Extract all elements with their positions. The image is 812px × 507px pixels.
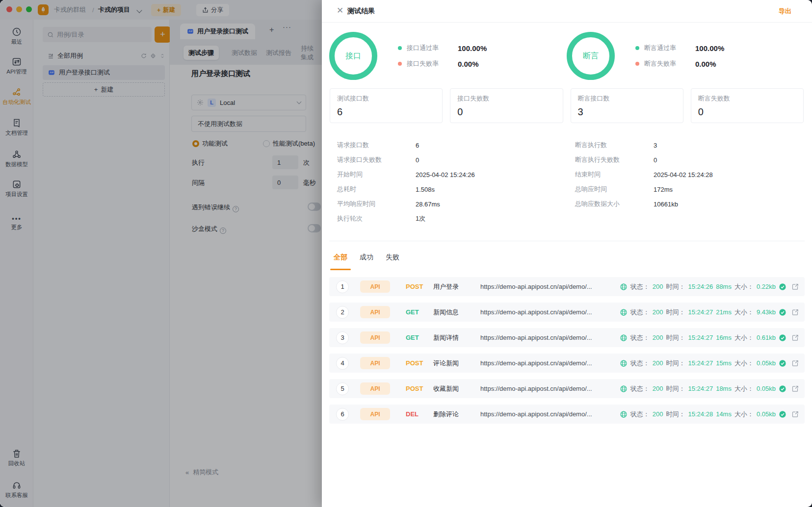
request-time: 15:24:27 — [688, 308, 713, 316]
open-report-icon[interactable] — [791, 410, 799, 418]
api-gauge: 接口 — [329, 32, 377, 80]
response-size: 0.05kb — [757, 385, 776, 392]
open-report-icon[interactable] — [791, 359, 799, 367]
detail-row: 断言执行失败数 0 — [575, 152, 713, 167]
http-method: POST — [406, 359, 433, 367]
detail-row: 执行轮次 1次 — [337, 211, 475, 226]
request-time: 15:24:26 — [688, 283, 713, 290]
app-background: 卡戎的群组 / 卡戎的项目 + 新建 分享 最近 API管理 — [0, 0, 322, 507]
api-name: 新闻信息 — [433, 308, 480, 317]
api-url: https://demo-api.apipost.cn/api/demo/... — [480, 385, 608, 392]
status-code: 200 — [653, 283, 663, 290]
response-size: 0.61kb — [757, 334, 776, 341]
row-index: 4 — [336, 357, 349, 370]
app-window: 卡戎的群组 / 卡戎的项目 + 新建 分享 最近 API管理 — [0, 0, 812, 507]
request-time: 15:24:27 — [688, 334, 713, 341]
row-index: 2 — [336, 306, 349, 319]
row-index: 1 — [336, 280, 349, 293]
request-time: 15:24:27 — [688, 359, 713, 367]
globe-icon — [620, 308, 628, 316]
api-badge: API — [360, 280, 390, 293]
detail-row: 平均响应时间 28.67ms — [337, 197, 475, 211]
http-method: POST — [406, 385, 433, 392]
stat-card: 断言接口数 3 — [571, 88, 683, 123]
fail-dot-icon — [398, 62, 402, 66]
api-name: 用户登录 — [433, 282, 480, 291]
result-row[interactable]: 3 API GET 新闻详情 https://demo-api.apipost.… — [329, 328, 805, 347]
detail-row: 结束时间 2025-04-02 15:24:28 — [575, 167, 713, 182]
row-index: 6 — [336, 408, 349, 421]
check-circle-icon — [779, 308, 786, 316]
globe-icon — [620, 334, 628, 342]
assert-gauge: 断言 — [567, 32, 615, 80]
result-row[interactable]: 2 API GET 新闻信息 https://demo-api.apipost.… — [329, 303, 805, 322]
fail-dot-icon — [635, 62, 639, 66]
close-icon[interactable]: ✕ — [336, 6, 344, 15]
http-method: POST — [406, 283, 433, 290]
request-duration: 14ms — [716, 410, 732, 418]
details-right-column: 断言执行数 3 断言执行失败数 0 结束时间 2025-04-02 15:24:… — [575, 138, 713, 211]
status-code: 200 — [653, 308, 663, 316]
response-size: 0.22kb — [757, 283, 776, 290]
api-url: https://demo-api.apipost.cn/api/demo/... — [480, 283, 608, 290]
globe-icon — [620, 410, 628, 418]
open-report-icon[interactable] — [791, 283, 799, 290]
api-url: https://demo-api.apipost.cn/api/demo/... — [480, 410, 608, 418]
result-row[interactable]: 1 API POST 用户登录 https://demo-api.apipost… — [329, 277, 805, 296]
pass-dot-icon — [635, 46, 639, 50]
tab-failed[interactable]: 失败 — [386, 253, 399, 262]
request-duration: 21ms — [716, 308, 732, 316]
result-row[interactable]: 4 API POST 评论新闻 https://demo-api.apipost… — [329, 354, 805, 373]
stat-card: 断言失败数 0 — [691, 88, 804, 123]
modal-backdrop[interactable] — [0, 0, 322, 507]
check-circle-icon — [779, 359, 786, 367]
active-tab-underline — [330, 269, 351, 270]
row-index: 5 — [336, 382, 349, 395]
tab-success[interactable]: 成功 — [360, 253, 373, 262]
check-circle-icon — [779, 283, 786, 291]
api-badge: API — [360, 306, 390, 318]
api-gauge-legend: 接口通过率 100.00% 接口失败率 0.00% — [398, 40, 487, 72]
stat-card: 测试接口数 6 — [330, 88, 443, 123]
globe-icon — [620, 359, 628, 367]
http-method: DEL — [406, 410, 433, 418]
detail-row: 断言执行数 3 — [575, 138, 713, 152]
api-url: https://demo-api.apipost.cn/api/demo/... — [480, 308, 608, 316]
globe-icon — [620, 385, 628, 393]
test-result-modal: ✕ 测试结果 导出 接口 接口通过率 100.00% 接口失败率 0.00% 断… — [322, 0, 812, 507]
open-report-icon[interactable] — [791, 334, 799, 341]
status-code: 200 — [653, 385, 663, 392]
request-time: 15:24:28 — [688, 410, 713, 418]
detail-row: 请求接口失败数 0 — [337, 152, 475, 167]
api-name: 新闻详情 — [433, 333, 480, 342]
api-badge: API — [360, 382, 390, 395]
status-code: 200 — [653, 334, 663, 341]
api-name: 收藏新闻 — [433, 384, 480, 393]
api-name: 删除评论 — [433, 410, 480, 419]
export-button[interactable]: 导出 — [779, 0, 791, 23]
detail-row: 总响应数据大小 10661kb — [575, 197, 713, 211]
result-row[interactable]: 6 API DEL 删除评论 https://demo-api.apipost.… — [329, 405, 805, 424]
result-row[interactable]: 5 API POST 收藏新闻 https://demo-api.apipost… — [329, 379, 805, 398]
globe-icon — [620, 283, 628, 291]
status-code: 200 — [653, 410, 663, 418]
result-filter-tabs: 全部 成功 失败 — [334, 253, 399, 262]
http-method: GET — [406, 308, 433, 316]
tab-all[interactable]: 全部 — [334, 253, 347, 262]
check-circle-icon — [779, 334, 786, 342]
modal-header: ✕ 测试结果 导出 — [322, 0, 812, 23]
row-index: 3 — [336, 331, 349, 344]
assert-gauge-legend: 断言通过率 100.00% 断言失败率 0.00% — [635, 40, 724, 72]
request-time: 15:24:27 — [688, 385, 713, 392]
divider — [329, 241, 805, 241]
request-duration: 15ms — [716, 359, 732, 367]
check-circle-icon — [779, 410, 786, 418]
api-badge: API — [360, 357, 390, 369]
api-url: https://demo-api.apipost.cn/api/demo/... — [480, 359, 608, 367]
open-report-icon[interactable] — [791, 308, 799, 316]
open-report-icon[interactable] — [791, 385, 799, 392]
check-circle-icon — [779, 385, 786, 393]
pass-dot-icon — [398, 46, 402, 50]
response-size: 9.43kb — [757, 308, 776, 316]
result-rows: 1 API POST 用户登录 https://demo-api.apipost… — [329, 277, 805, 430]
